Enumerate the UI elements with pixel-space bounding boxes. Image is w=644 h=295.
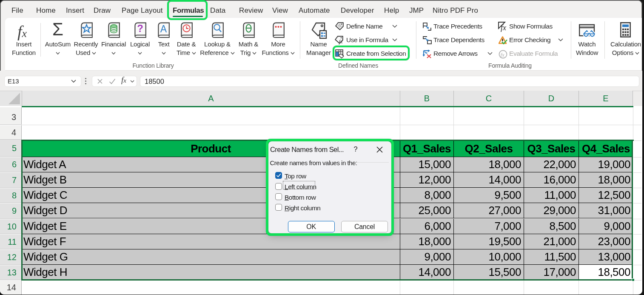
svg-text:fx: fx [339, 39, 343, 45]
svg-text:?: ? [137, 23, 143, 34]
svg-text:A: A [160, 23, 167, 34]
svg-text:fx: fx [501, 23, 506, 32]
svg-text:fx: fx [501, 52, 505, 58]
